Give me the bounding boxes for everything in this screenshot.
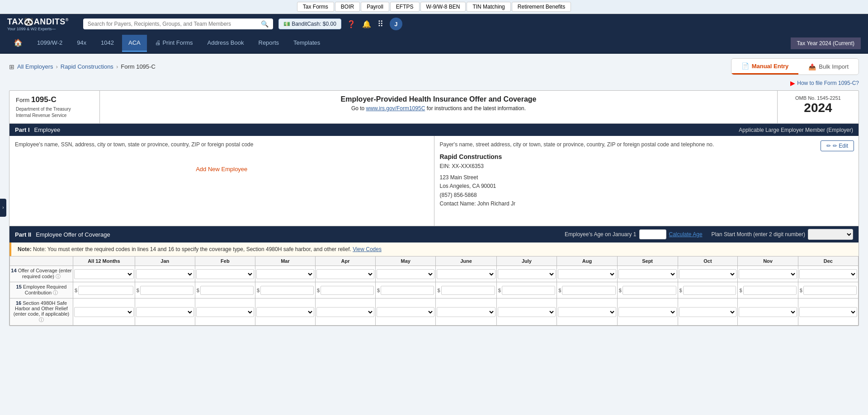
how-to-file-link[interactable]: ▶ How to file Form 1095-C? [790, 79, 859, 87]
row-16-dec-select[interactable] [799, 307, 857, 317]
edit-employer-button[interactable]: ✏ ✏ Edit [821, 140, 854, 151]
employer-phone: (857) 856-5868 [440, 191, 854, 200]
part-i-employer-title: Applicable Large Employer Member (Employ… [739, 127, 853, 133]
row-16-all12-select[interactable] [74, 307, 134, 317]
row-15-jan: $ [135, 282, 195, 298]
employer-section: Payer's name, street address, city or to… [434, 136, 859, 226]
row-15-nov-input[interactable] [743, 286, 797, 295]
grid-icon[interactable]: ⠿ [377, 19, 383, 29]
row-15-jan-input[interactable] [140, 286, 193, 295]
top-nav-payroll[interactable]: Payroll [361, 2, 389, 12]
col-june: June [436, 256, 496, 266]
table-row: 15 Employee Required Contribution ⓘ $ $ … [10, 282, 859, 298]
row-14-aug [557, 266, 617, 282]
search-icon[interactable]: 🔍 [261, 20, 269, 28]
top-nav-retirement[interactable]: Retirement Benefits [512, 2, 571, 12]
plan-start-select[interactable]: 01 02 03 04 05 06 07 08 09 10 11 12 [808, 229, 853, 240]
row-16-apr-select[interactable] [316, 307, 374, 317]
breadcrumb-rapid-constructions[interactable]: Rapid Constructions [61, 63, 113, 70]
row-16-mar-select[interactable] [256, 307, 314, 317]
age-input[interactable] [639, 229, 666, 239]
row-14-nov [738, 266, 798, 282]
row-15-aug-input[interactable] [562, 286, 615, 295]
top-nav-eftps[interactable]: EFTPS [390, 2, 420, 12]
col-all-12: All 12 Months [73, 256, 135, 266]
row-15-sept-input[interactable] [623, 286, 676, 295]
row-16-oct-select[interactable] [679, 307, 737, 317]
bell-icon[interactable]: 🔔 [362, 20, 371, 28]
row-14-feb-select[interactable] [196, 269, 254, 279]
form-header-right: OMB No. 1545-2251 2024 [777, 91, 859, 123]
view-codes-link[interactable]: View Codes [353, 246, 382, 252]
row-14-nov-select[interactable] [739, 269, 797, 279]
row-14-label: 14 Offer of Coverage (enter required cod… [10, 266, 73, 282]
row-14-all12-select[interactable] [74, 269, 134, 279]
row-14-dec-select[interactable] [799, 269, 857, 279]
row-16-nov-select[interactable] [739, 307, 797, 317]
row-15-june-input[interactable] [441, 286, 495, 295]
nav-home[interactable]: 🏠 [7, 34, 29, 53]
home-breadcrumb-icon[interactable]: ⊞ [9, 63, 14, 70]
row-15-oct-input[interactable] [683, 286, 736, 295]
nav-address-book[interactable]: Address Book [201, 35, 250, 52]
row-16-feb-select[interactable] [196, 307, 254, 317]
nav-templates[interactable]: Templates [287, 35, 326, 52]
how-to-file: ▶ How to file Form 1095-C? [9, 79, 859, 87]
calculate-age-button[interactable]: Calculate Age [669, 231, 703, 238]
row-14-all12 [73, 266, 135, 282]
youtube-icon: ▶ [790, 79, 795, 87]
col-july: July [496, 256, 557, 266]
nav-reports[interactable]: Reports [252, 35, 286, 52]
top-nav-tax-forms[interactable]: Tax Forms [297, 2, 334, 12]
avatar[interactable]: J [390, 18, 402, 30]
sidebar-toggle[interactable]: › [0, 199, 6, 217]
nav-1042[interactable]: 1042 [94, 35, 120, 52]
row-15-dec-input[interactable] [803, 286, 857, 295]
row-16-aug-select[interactable] [558, 307, 616, 317]
nav-aca[interactable]: ACA [122, 35, 147, 52]
row-15-all12-input[interactable] [78, 286, 133, 295]
row-14-oct [678, 266, 738, 282]
tab-bulk-import[interactable]: 📤 Bulk Import [798, 59, 859, 75]
row-16-jan-select[interactable] [136, 307, 194, 317]
row-14-sept-select[interactable] [618, 269, 677, 279]
row-14-aug-select[interactable] [558, 269, 616, 279]
omb-number: OMB No. 1545-2251 [782, 95, 854, 101]
manual-entry-label: Manual Entry [752, 63, 789, 70]
nav-94x[interactable]: 94x [71, 35, 93, 52]
bandit-cash-button[interactable]: 💵 BanditCash: $0.00 [278, 19, 341, 29]
top-nav-tin[interactable]: TIN Matching [467, 2, 510, 12]
row-14-jan-select[interactable] [136, 269, 194, 279]
top-nav-w9[interactable]: W-9/W-8 BEN [420, 2, 466, 12]
row-14-may-select[interactable] [377, 269, 434, 279]
row-16-july-select[interactable] [498, 307, 556, 317]
breadcrumb-all-employers[interactable]: All Employers [17, 63, 53, 70]
form-title: Employer-Provided Health Insurance Offer… [104, 95, 773, 103]
logo: TAX🐼ANDITS® Your 1099 & W2 Experts— [7, 17, 69, 31]
row-16-june-select[interactable] [437, 307, 495, 317]
row-15-may-input[interactable] [381, 286, 434, 295]
help-icon[interactable]: ❓ [347, 20, 356, 28]
bandit-cash-icon: 💵 [283, 21, 290, 27]
top-nav-boir[interactable]: BOIR [335, 2, 360, 12]
row-15-mar-input[interactable] [260, 286, 314, 295]
row-14-july-select[interactable] [498, 269, 556, 279]
row-14-mar-select[interactable] [256, 269, 314, 279]
row-16-sept-select[interactable] [618, 307, 677, 317]
add-employee-link[interactable]: Add New Employee [15, 166, 429, 173]
row-14-apr-select[interactable] [316, 269, 374, 279]
nav-print-forms[interactable]: 🖨 Print Forms [149, 35, 199, 52]
row-14-oct-select[interactable] [679, 269, 737, 279]
row-15-feb-input[interactable] [200, 286, 254, 295]
row-16-may-select[interactable] [377, 307, 434, 317]
nav-1099[interactable]: 1099/W-2 [31, 35, 69, 52]
age-control: Employee's Age on January 1 Calculate Ag… [565, 229, 702, 239]
plan-start-control: Plan Start Month (enter 2 digit number) … [712, 229, 853, 240]
row-14-dec [798, 266, 858, 282]
tab-manual-entry[interactable]: 📄 Manual Entry [731, 59, 799, 75]
irs-link[interactable]: www.irs.gov/Form1095C [366, 105, 425, 112]
search-input[interactable] [88, 21, 261, 27]
row-14-june-select[interactable] [437, 269, 495, 279]
row-15-apr-input[interactable] [321, 286, 374, 295]
row-15-july-input[interactable] [502, 286, 555, 295]
